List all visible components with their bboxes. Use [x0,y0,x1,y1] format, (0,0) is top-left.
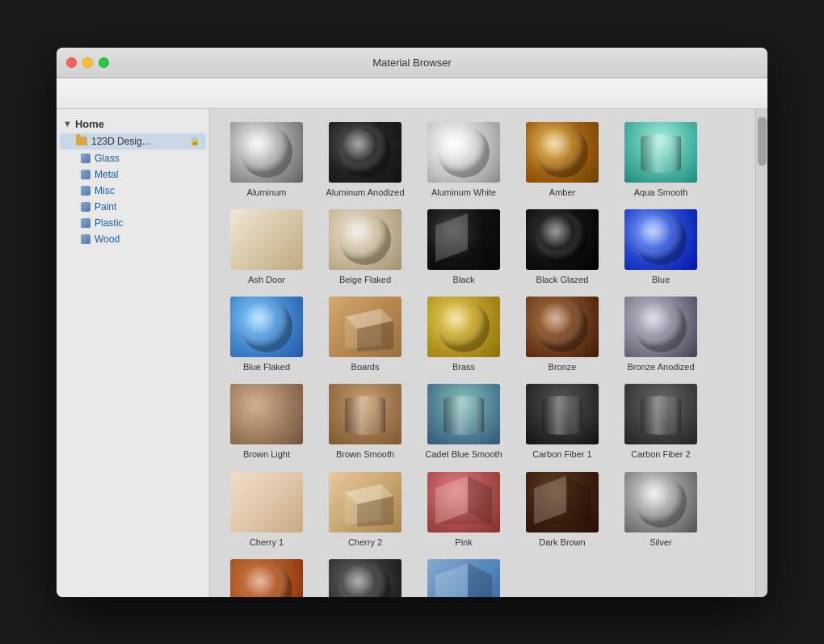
material-cell-ash-door[interactable]: Ash Door [218,204,315,290]
material-cell-beige-flaked[interactable]: Beige Flaked [317,204,414,290]
sidebar-item-wood[interactable]: Wood [57,231,209,247]
material-cell-blue[interactable]: Blue [612,204,709,290]
svg-point-10 [635,213,687,265]
material-name-brown-light: Brown Light [243,448,290,460]
svg-point-31 [635,476,687,528]
material-cell-cadet-blue[interactable]: Cadet Blue Smooth [415,379,512,465]
material-icon-plastic [81,218,90,228]
maximize-button[interactable] [99,57,109,68]
material-thumb-carbon-fiber-1 [526,384,599,444]
scrollbar-thumb[interactable] [758,117,767,166]
material-name-cadet-blue: Cadet Blue Smooth [425,448,502,460]
material-cell-copper[interactable]: Copper [218,554,315,597]
main-area: Aluminum Aluminum Anodized [210,109,755,597]
svg-point-5 [339,213,391,265]
sidebar-item-glass[interactable]: Glass [57,150,209,166]
sidebar-item-metal[interactable]: Metal [57,166,209,183]
material-name-blue: Blue [652,274,670,285]
svg-rect-4 [641,134,681,173]
material-thumb-blue-flaked [230,297,303,357]
svg-rect-18 [345,396,385,435]
titlebar: Material Browser [57,48,767,78]
material-thumb-copper [230,559,303,597]
material-cell-aluminum-white[interactable]: Aluminum White [415,117,512,203]
material-cell-amber[interactable]: Amber [514,117,611,203]
sidebar-folder[interactable]: 123D Desig... 🔒 [60,133,206,149]
material-cell-brass[interactable]: Brass [415,292,512,377]
material-thumb-pink-mat [427,472,500,532]
material-thumb-aqua-smooth [624,122,697,183]
material-cell-blue-plastic[interactable]: Blue Plastic [415,554,512,597]
material-cell-aqua-smooth[interactable]: Aqua Smooth [612,117,709,203]
material-icon-misc [81,186,90,196]
material-cell-carbon-fiber-2[interactable]: Carbon Fiber 2 [612,379,709,465]
material-cell-bronze-anodized[interactable]: Bronze Anodized [612,292,709,377]
material-cell-cherry-1[interactable]: Cherry 1 [218,467,315,553]
sidebar-item-paint[interactable]: Paint [57,199,209,215]
sidebar-label-plastic: Plastic [95,217,123,229]
sidebar-label-misc: Misc [95,185,115,196]
material-name-silver-sphere: Silver [650,537,672,548]
scrollbar[interactable] [755,109,767,597]
material-cell-boards[interactable]: Boards [317,292,414,377]
material-thumb-aluminum-anodized [329,122,401,183]
sidebar-home[interactable]: ▼ Home [57,116,209,133]
svg-point-32 [241,563,292,597]
sidebar-label-glass: Glass [95,153,120,164]
material-name-aluminum: Aluminum [247,187,287,198]
material-name-cherry-1: Cherry 1 [250,537,284,548]
svg-point-33 [339,563,391,597]
svg-point-16 [536,301,588,352]
svg-rect-19 [444,396,484,435]
material-cell-bronze[interactable]: Bronze [514,292,611,377]
material-cell-black-glazed[interactable]: Black Glazed [514,204,611,290]
material-thumb-dark-metal [329,559,401,597]
material-thumb-bronze-anodized [624,297,697,357]
home-label: Home [75,118,104,130]
arrow-icon: ▼ [63,119,72,128]
material-name-pink-mat: Pink [455,537,472,548]
sidebar-item-misc[interactable]: Misc [57,183,209,199]
material-icon-wood [81,234,90,244]
material-thumb-aluminum [230,122,303,183]
sidebar-label-wood: Wood [95,234,120,245]
svg-point-15 [438,301,490,352]
material-cell-black[interactable]: Black [415,204,512,290]
material-cell-dark-metal[interactable]: Dark Metal [317,554,414,597]
sidebar-item-plastic[interactable]: Plastic [57,215,209,231]
lock-icon: 🔒 [190,137,200,145]
material-cell-carbon-fiber-1[interactable]: Carbon Fiber 1 [514,379,611,465]
material-name-dark-brown: Dark Brown [539,537,585,548]
svg-point-0 [241,126,292,178]
svg-point-11 [241,301,292,352]
material-icon-paint [81,202,90,212]
minimize-button[interactable] [82,57,93,68]
material-thumb-cherry-1 [230,472,303,532]
material-name-boards: Boards [351,361,380,373]
sidebar-label-paint: Paint [95,201,116,213]
material-icon-glass [81,154,90,163]
material-cell-brown-smooth[interactable]: Brown Smooth [317,379,414,465]
svg-marker-35 [468,563,492,597]
material-name-amber: Amber [549,187,575,198]
material-name-black-glazed: Black Glazed [536,274,589,285]
material-cell-brown-light[interactable]: Brown Light [218,379,315,465]
svg-point-2 [438,126,490,178]
material-cell-dark-brown[interactable]: Dark Brown [514,467,611,553]
material-thumb-blue [624,209,697,270]
material-cell-aluminum-anodized[interactable]: Aluminum Anodized [317,117,414,203]
material-thumb-cadet-blue [427,384,500,444]
close-button[interactable] [66,57,77,68]
material-cell-cherry-2[interactable]: Cherry 2 [317,467,414,553]
traffic-lights [66,57,109,68]
svg-marker-34 [435,563,468,597]
material-cell-blue-flaked[interactable]: Blue Flaked [218,292,315,377]
material-cell-silver-sphere[interactable]: Silver [612,467,709,553]
material-cell-pink-mat[interactable]: Pink [415,467,512,553]
folder-icon [76,137,87,145]
material-name-carbon-fiber-2: Carbon Fiber 2 [631,448,690,460]
svg-point-9 [536,213,588,265]
material-cell-aluminum[interactable]: Aluminum [218,117,315,203]
material-thumb-black [427,209,500,270]
svg-point-3 [536,126,588,178]
